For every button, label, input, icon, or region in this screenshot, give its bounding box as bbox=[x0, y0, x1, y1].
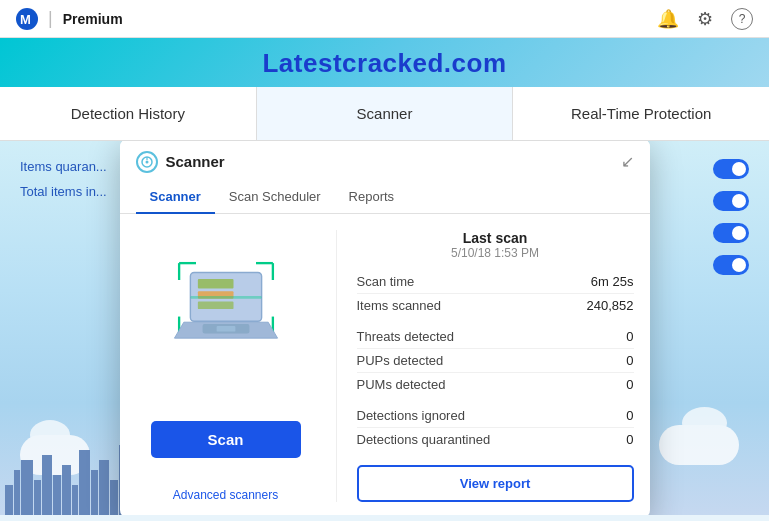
svg-rect-19 bbox=[216, 325, 235, 331]
banner-text: Latestcracked.com bbox=[262, 48, 506, 78]
modal-tabs: Scanner Scan Scheduler Reports bbox=[120, 181, 650, 214]
last-scan-date: 5/10/18 1:53 PM bbox=[357, 246, 634, 260]
stat-label-quarantined: Detections quarantined bbox=[357, 432, 491, 447]
scanner-compass-icon bbox=[136, 151, 158, 173]
tab-scanner[interactable]: Scanner bbox=[257, 87, 514, 140]
topbar-title: Premium bbox=[63, 11, 123, 27]
scanner-modal: Scanner ↙ Scanner Scan Scheduler Reports bbox=[120, 141, 650, 515]
modal-tab-scanner[interactable]: Scanner bbox=[136, 181, 215, 214]
scan-button[interactable]: Scan bbox=[151, 421, 301, 458]
banner: Latestcracked.com bbox=[0, 38, 769, 87]
modal-overlay: Scanner ↙ Scanner Scan Scheduler Reports bbox=[0, 141, 769, 515]
stat-row-pums: PUMs detected 0 bbox=[357, 373, 634, 396]
advanced-scanners-link[interactable]: Advanced scanners bbox=[173, 488, 278, 502]
svg-rect-14 bbox=[197, 279, 233, 288]
topbar-actions: 🔔 ⚙ ? bbox=[657, 8, 753, 30]
main-content: Items quaran... Total items in... bbox=[0, 141, 769, 515]
svg-rect-17 bbox=[190, 295, 261, 298]
stat-row-items-scanned: Items scanned 240,852 bbox=[357, 294, 634, 317]
bell-icon[interactable]: 🔔 bbox=[657, 8, 679, 30]
stat-label-pums: PUMs detected bbox=[357, 377, 446, 392]
modal-left-panel: Scan Advanced scanners bbox=[136, 230, 316, 502]
modal-right-panel: Last scan 5/10/18 1:53 PM Scan time 6m 2… bbox=[336, 230, 634, 502]
gear-icon[interactable]: ⚙ bbox=[697, 8, 713, 30]
topbar-brand: M | Premium bbox=[16, 8, 123, 30]
scan-stats-detections: Threats detected 0 PUPs detected 0 PUMs … bbox=[357, 325, 634, 396]
scanner-illustration bbox=[146, 230, 306, 390]
topbar: M | Premium 🔔 ⚙ ? bbox=[0, 0, 769, 38]
modal-body: Scan Advanced scanners Last scan 5/10/18… bbox=[120, 214, 650, 516]
stat-row-ignored: Detections ignored 0 bbox=[357, 404, 634, 428]
stat-value-threats: 0 bbox=[626, 329, 633, 344]
last-scan-header: Last scan 5/10/18 1:53 PM bbox=[357, 230, 634, 260]
tab-detection-history[interactable]: Detection History bbox=[0, 87, 257, 140]
stat-label-ignored: Detections ignored bbox=[357, 408, 465, 423]
stat-value-pums: 0 bbox=[626, 377, 633, 392]
stat-label-pups: PUPs detected bbox=[357, 353, 444, 368]
stat-value-pups: 0 bbox=[626, 353, 633, 368]
stat-value-ignored: 0 bbox=[626, 408, 633, 423]
stat-label-scan-time: Scan time bbox=[357, 274, 415, 289]
modal-title: Scanner bbox=[166, 153, 225, 170]
scan-stats-primary: Scan time 6m 25s Items scanned 240,852 bbox=[357, 270, 634, 317]
topbar-divider: | bbox=[48, 8, 53, 29]
help-icon[interactable]: ? bbox=[731, 8, 753, 30]
modal-title-row: Scanner bbox=[136, 151, 225, 173]
svg-point-3 bbox=[145, 160, 148, 163]
modal-tab-scheduler[interactable]: Scan Scheduler bbox=[215, 181, 335, 214]
stat-value-items-scanned: 240,852 bbox=[587, 298, 634, 313]
last-scan-title: Last scan bbox=[357, 230, 634, 246]
stat-value-scan-time: 6m 25s bbox=[591, 274, 634, 289]
stat-label-items-scanned: Items scanned bbox=[357, 298, 442, 313]
stat-row-threats: Threats detected 0 bbox=[357, 325, 634, 349]
modal-tab-reports[interactable]: Reports bbox=[335, 181, 409, 214]
malwarebytes-logo-icon: M bbox=[16, 8, 38, 30]
laptop-svg-icon bbox=[151, 240, 301, 380]
stat-row-pups: PUPs detected 0 bbox=[357, 349, 634, 373]
modal-header: Scanner ↙ bbox=[120, 141, 650, 173]
svg-text:M: M bbox=[20, 12, 31, 27]
tab-realtime-protection[interactable]: Real-Time Protection bbox=[513, 87, 769, 140]
svg-rect-16 bbox=[197, 301, 233, 309]
stat-row-scan-time: Scan time 6m 25s bbox=[357, 270, 634, 294]
stat-label-threats: Threats detected bbox=[357, 329, 455, 344]
stat-value-quarantined: 0 bbox=[626, 432, 633, 447]
scan-stats-quarantine: Detections ignored 0 Detections quaranti… bbox=[357, 404, 634, 451]
nav-tabs: Detection History Scanner Real-Time Prot… bbox=[0, 87, 769, 141]
collapse-icon[interactable]: ↙ bbox=[621, 152, 634, 171]
stat-row-quarantined: Detections quarantined 0 bbox=[357, 428, 634, 451]
view-report-button[interactable]: View report bbox=[357, 465, 634, 502]
